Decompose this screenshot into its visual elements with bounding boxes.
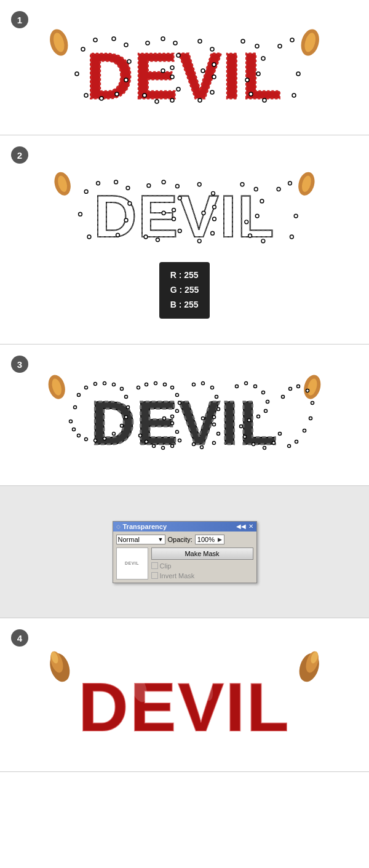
svg-point-34 (241, 39, 245, 43)
svg-point-58 (116, 233, 120, 237)
svg-point-148 (264, 409, 268, 412)
svg-point-17 (161, 37, 165, 41)
svg-text:DEVIL: DEVIL (94, 183, 276, 250)
svg-point-13 (115, 92, 119, 96)
svg-point-6 (75, 72, 79, 76)
tp-clip-checkbox[interactable] (151, 562, 158, 569)
svg-point-138 (213, 423, 216, 426)
svg-point-40 (263, 98, 266, 102)
svg-point-110 (85, 437, 88, 440)
svg-point-30 (201, 69, 205, 73)
tp-body: Normal ▼ Opacity: 100% ▶ DEVIL Make Mask (113, 532, 256, 583)
make-mask-button[interactable]: Make Mask (151, 547, 253, 560)
transparency-panel: ◇ Transparency ◀◀ ✕ Normal ▼ Opacity: 10… (113, 521, 257, 583)
svg-point-96 (74, 405, 77, 408)
svg-point-27 (198, 39, 202, 43)
svg-point-142 (192, 442, 196, 445)
svg-point-29 (212, 63, 216, 66)
tp-opacity-arrow-icon: ▶ (218, 536, 222, 543)
svg-point-154 (263, 446, 266, 449)
tp-thumbnail-text: DEVIL (125, 561, 139, 565)
rgb-r-value: R : 255 (170, 268, 199, 283)
svg-point-115 (154, 381, 157, 384)
svg-point-67 (178, 229, 181, 233)
tp-close-icon[interactable]: ✕ (248, 523, 253, 530)
svg-point-100 (103, 381, 106, 384)
svg-point-149 (257, 415, 260, 418)
svg-point-70 (197, 183, 201, 186)
svg-point-60 (147, 184, 151, 188)
tp-opacity-value[interactable]: 100% ▶ (195, 535, 224, 544)
svg-point-72 (213, 205, 216, 209)
svg-point-43 (296, 72, 300, 76)
svg-point-99 (94, 382, 97, 385)
svg-point-103 (125, 395, 128, 398)
svg-point-113 (137, 386, 140, 389)
svg-point-130 (139, 434, 142, 437)
svg-point-23 (177, 87, 180, 91)
step-1-section: 1 DEVIL DEVIL (0, 0, 369, 135)
rgb-tooltip: R : 255 G : 255 B : 255 (159, 262, 210, 318)
svg-point-152 (244, 435, 247, 438)
svg-point-79 (260, 199, 264, 203)
svg-point-63 (178, 196, 181, 200)
svg-point-44 (292, 94, 296, 97)
svg-point-73 (202, 212, 205, 215)
svg-point-144 (245, 381, 248, 384)
svg-point-139 (217, 432, 220, 435)
tp-arrows-icon: ◇ (116, 524, 121, 530)
svg-point-9 (112, 37, 116, 41)
svg-point-132 (202, 381, 205, 384)
svg-point-133 (211, 386, 214, 389)
svg-point-7 (81, 47, 85, 51)
svg-point-38 (245, 78, 249, 82)
svg-point-161 (311, 401, 314, 404)
svg-point-160 (306, 389, 309, 392)
svg-point-165 (288, 444, 291, 447)
step-5-section: 4 DEVIL DEVIL (0, 618, 369, 772)
svg-point-146 (262, 391, 265, 394)
tp-select-arrow-icon: ▼ (158, 536, 164, 543)
svg-point-155 (272, 441, 276, 444)
svg-point-16 (146, 41, 149, 45)
step-2-image: DEVIL DEVIL (25, 161, 344, 256)
step-4-section: ◇ Transparency ◀◀ ✕ Normal ▼ Opacity: 10… (0, 486, 369, 618)
step-1-image: DEVIL DEVIL (25, 15, 344, 120)
svg-point-128 (153, 444, 156, 447)
svg-point-129 (145, 440, 148, 443)
svg-point-61 (162, 180, 165, 184)
svg-point-159 (297, 384, 300, 388)
svg-point-150 (248, 418, 251, 421)
svg-point-108 (103, 437, 106, 440)
svg-point-137 (202, 416, 205, 420)
svg-point-162 (309, 416, 312, 420)
svg-point-11 (127, 60, 131, 63)
svg-point-112 (73, 428, 76, 431)
svg-point-87 (290, 235, 293, 239)
svg-point-118 (176, 393, 179, 396)
svg-point-37 (256, 72, 260, 76)
tp-collapse-icon[interactable]: ◀◀ (236, 523, 246, 530)
svg-text:DEVIL: DEVIL (86, 40, 282, 112)
tp-invert-mask-checkbox[interactable] (151, 572, 158, 579)
svg-point-68 (156, 238, 160, 242)
svg-point-95 (69, 420, 73, 423)
svg-point-98 (85, 386, 88, 389)
transparency-titlebar: ◇ Transparency ◀◀ ✕ (113, 522, 256, 532)
svg-point-56 (128, 202, 132, 205)
tp-titlebar-controls: ◀◀ ✕ (236, 523, 253, 530)
svg-point-106 (121, 424, 124, 427)
svg-point-77 (240, 183, 244, 186)
tp-mode-select[interactable]: Normal ▼ (116, 535, 165, 544)
svg-point-136 (213, 415, 216, 418)
tp-opacity-label: Opacity: (168, 536, 192, 543)
svg-point-101 (113, 383, 116, 386)
svg-point-32 (210, 90, 214, 94)
svg-point-21 (161, 69, 165, 73)
svg-point-10 (124, 43, 128, 47)
svg-point-131 (192, 383, 196, 386)
svg-point-22 (170, 75, 174, 79)
svg-point-57 (124, 218, 128, 222)
svg-point-111 (77, 434, 81, 437)
svg-point-123 (171, 421, 174, 424)
